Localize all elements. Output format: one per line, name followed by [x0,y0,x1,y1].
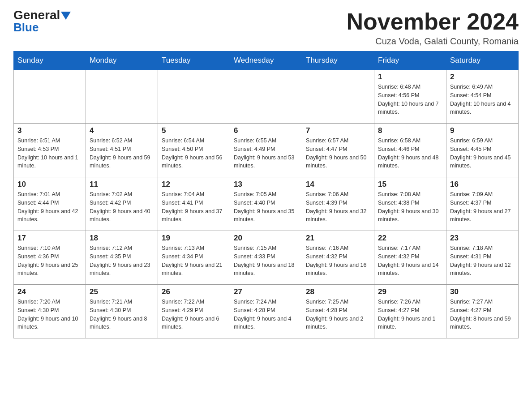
calendar-cell: 19Sunrise: 7:13 AMSunset: 4:34 PMDayligh… [158,231,230,285]
calendar-week-5: 24Sunrise: 7:20 AMSunset: 4:30 PMDayligh… [14,285,519,338]
calendar-cell: 10Sunrise: 7:01 AMSunset: 4:44 PMDayligh… [14,177,86,231]
day-number: 5 [162,126,226,135]
day-number: 7 [306,126,370,135]
svg-marker-0 [61,12,71,20]
day-info: Sunrise: 7:15 AMSunset: 4:33 PMDaylight:… [234,244,298,278]
location: Cuza Voda, Galati County, Romania [347,36,519,47]
day-number: 27 [234,287,298,296]
day-info: Sunrise: 7:18 AMSunset: 4:31 PMDaylight:… [450,244,515,278]
day-info: Sunrise: 6:49 AMSunset: 4:54 PMDaylight:… [450,83,515,116]
day-number: 26 [162,287,226,296]
calendar-cell [158,70,230,124]
day-number: 10 [17,180,82,189]
weekday-header-tuesday: Tuesday [158,51,230,70]
day-info: Sunrise: 7:20 AMSunset: 4:30 PMDaylight:… [17,298,82,331]
day-number: 1 [378,73,442,81]
day-number: 24 [17,287,82,296]
day-number: 9 [450,126,515,135]
day-info: Sunrise: 7:05 AMSunset: 4:40 PMDaylight:… [234,190,298,224]
calendar-cell [86,70,158,124]
calendar-cell: 25Sunrise: 7:21 AMSunset: 4:30 PMDayligh… [86,285,158,338]
calendar-cell: 30Sunrise: 7:27 AMSunset: 4:27 PMDayligh… [446,285,519,338]
weekday-header-friday: Friday [374,51,446,70]
day-number: 18 [90,234,154,243]
day-info: Sunrise: 7:09 AMSunset: 4:37 PMDaylight:… [450,190,515,224]
calendar-cell: 12Sunrise: 7:04 AMSunset: 4:41 PMDayligh… [158,177,230,231]
day-info: Sunrise: 7:22 AMSunset: 4:29 PMDaylight:… [162,298,226,331]
calendar-cell: 22Sunrise: 7:17 AMSunset: 4:32 PMDayligh… [374,231,446,285]
calendar-week-4: 17Sunrise: 7:10 AMSunset: 4:36 PMDayligh… [14,231,519,285]
day-number: 14 [306,180,370,189]
day-number: 30 [450,287,515,296]
calendar-cell: 24Sunrise: 7:20 AMSunset: 4:30 PMDayligh… [14,285,86,338]
calendar-cell: 13Sunrise: 7:05 AMSunset: 4:40 PMDayligh… [230,177,302,231]
day-number: 11 [90,180,154,189]
logo-blue: Blue [13,21,39,34]
calendar-cell: 9Sunrise: 6:59 AMSunset: 4:45 PMDaylight… [446,124,519,177]
calendar-cell: 1Sunrise: 6:48 AMSunset: 4:56 PMDaylight… [374,70,446,124]
calendar-cell: 3Sunrise: 6:51 AMSunset: 4:53 PMDaylight… [14,124,86,177]
calendar-cell: 2Sunrise: 6:49 AMSunset: 4:54 PMDaylight… [446,70,519,124]
day-number: 23 [450,234,515,243]
day-number: 20 [234,234,298,243]
calendar-cell: 18Sunrise: 7:12 AMSunset: 4:35 PMDayligh… [86,231,158,285]
day-info: Sunrise: 6:55 AMSunset: 4:49 PMDaylight:… [234,137,298,170]
day-number: 16 [450,180,515,189]
calendar-cell: 14Sunrise: 7:06 AMSunset: 4:39 PMDayligh… [302,177,374,231]
day-number: 2 [450,73,515,81]
calendar-cell: 4Sunrise: 6:52 AMSunset: 4:51 PMDaylight… [86,124,158,177]
day-info: Sunrise: 7:02 AMSunset: 4:42 PMDaylight:… [90,190,154,224]
calendar-cell: 8Sunrise: 6:58 AMSunset: 4:46 PMDaylight… [374,124,446,177]
calendar-cell: 21Sunrise: 7:16 AMSunset: 4:32 PMDayligh… [302,231,374,285]
day-info: Sunrise: 7:06 AMSunset: 4:39 PMDaylight:… [306,190,370,224]
day-info: Sunrise: 7:27 AMSunset: 4:27 PMDaylight:… [450,298,515,331]
day-info: Sunrise: 7:24 AMSunset: 4:28 PMDaylight:… [234,298,298,331]
weekday-header-saturday: Saturday [446,51,519,70]
day-info: Sunrise: 7:13 AMSunset: 4:34 PMDaylight:… [162,244,226,278]
calendar-cell: 23Sunrise: 7:18 AMSunset: 4:31 PMDayligh… [446,231,519,285]
day-number: 28 [306,287,370,296]
day-info: Sunrise: 7:25 AMSunset: 4:28 PMDaylight:… [306,298,370,331]
weekday-header-wednesday: Wednesday [230,51,302,70]
day-info: Sunrise: 6:58 AMSunset: 4:46 PMDaylight:… [378,137,442,170]
day-info: Sunrise: 7:26 AMSunset: 4:27 PMDaylight:… [378,298,442,331]
day-info: Sunrise: 7:04 AMSunset: 4:41 PMDaylight:… [162,190,226,224]
calendar-cell: 6Sunrise: 6:55 AMSunset: 4:49 PMDaylight… [230,124,302,177]
calendar-cell: 5Sunrise: 6:54 AMSunset: 4:50 PMDaylight… [158,124,230,177]
calendar-cell: 27Sunrise: 7:24 AMSunset: 4:28 PMDayligh… [230,285,302,338]
day-number: 3 [17,126,82,135]
calendar-week-3: 10Sunrise: 7:01 AMSunset: 4:44 PMDayligh… [14,177,519,231]
day-number: 13 [234,180,298,189]
calendar-week-2: 3Sunrise: 6:51 AMSunset: 4:53 PMDaylight… [14,124,519,177]
day-info: Sunrise: 6:51 AMSunset: 4:53 PMDaylight:… [17,137,82,170]
weekday-header-row: SundayMondayTuesdayWednesdayThursdayFrid… [14,51,519,70]
day-info: Sunrise: 7:01 AMSunset: 4:44 PMDaylight:… [17,190,82,224]
day-number: 4 [90,126,154,135]
day-number: 8 [378,126,442,135]
day-info: Sunrise: 6:52 AMSunset: 4:51 PMDaylight:… [90,137,154,170]
weekday-header-thursday: Thursday [302,51,374,70]
day-info: Sunrise: 6:48 AMSunset: 4:56 PMDaylight:… [378,83,442,116]
day-info: Sunrise: 7:12 AMSunset: 4:35 PMDaylight:… [90,244,154,278]
calendar-cell: 28Sunrise: 7:25 AMSunset: 4:28 PMDayligh… [302,285,374,338]
logo: General Blue [13,9,71,34]
day-number: 22 [378,234,442,243]
calendar-cell: 15Sunrise: 7:08 AMSunset: 4:38 PMDayligh… [374,177,446,231]
logo-triangle-icon [61,12,71,20]
calendar-week-1: 1Sunrise: 6:48 AMSunset: 4:56 PMDaylight… [14,70,519,124]
day-info: Sunrise: 7:17 AMSunset: 4:32 PMDaylight:… [378,244,442,278]
day-info: Sunrise: 6:59 AMSunset: 4:45 PMDaylight:… [450,137,515,170]
day-number: 6 [234,126,298,135]
calendar-cell: 17Sunrise: 7:10 AMSunset: 4:36 PMDayligh… [14,231,86,285]
day-number: 21 [306,234,370,243]
day-info: Sunrise: 7:21 AMSunset: 4:30 PMDaylight:… [90,298,154,331]
month-title: November 2024 [347,9,519,34]
day-number: 15 [378,180,442,189]
calendar-table: SundayMondayTuesdayWednesdayThursdayFrid… [13,51,519,338]
page-header: General Blue November 2024 Cuza Voda, Ga… [13,9,519,47]
logo-general: General [13,9,60,21]
calendar-cell: 20Sunrise: 7:15 AMSunset: 4:33 PMDayligh… [230,231,302,285]
day-info: Sunrise: 6:54 AMSunset: 4:50 PMDaylight:… [162,137,226,170]
day-info: Sunrise: 7:10 AMSunset: 4:36 PMDaylight:… [17,244,82,278]
calendar-cell: 7Sunrise: 6:57 AMSunset: 4:47 PMDaylight… [302,124,374,177]
